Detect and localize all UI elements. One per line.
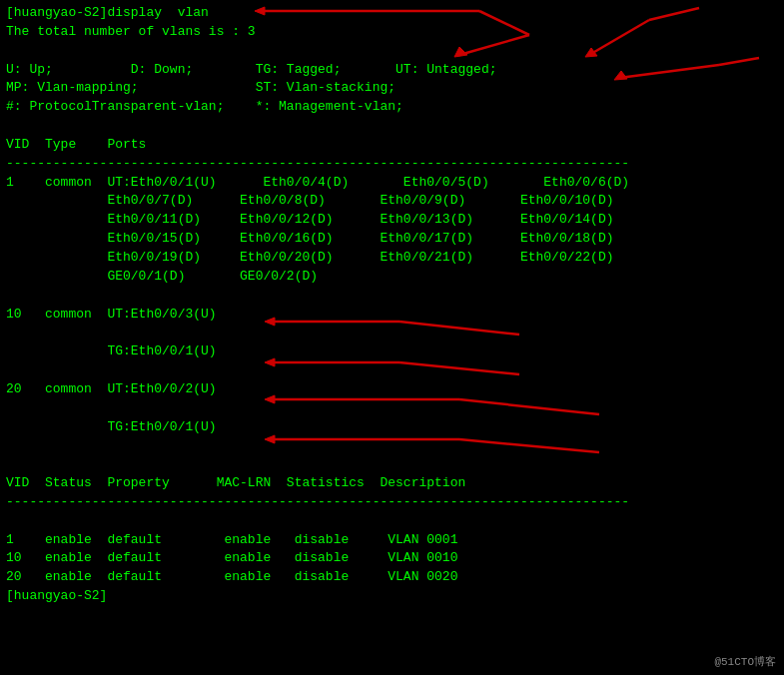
terminal-line: #: ProtocolTransparent-vlan; *: Manageme…	[6, 98, 778, 117]
terminal-line: ----------------------------------------…	[6, 155, 778, 174]
terminal-line: 20 common UT:Eth0/0/2(U)	[6, 380, 778, 399]
terminal-line: TG:Eth0/0/1(U)	[6, 342, 778, 361]
terminal-line	[6, 399, 778, 418]
terminal-line: 20 enable default enable disable VLAN 00…	[6, 568, 778, 587]
terminal-line	[6, 287, 778, 306]
watermark: @51CTO博客	[714, 654, 776, 669]
terminal-line: [huangyao-S2]display vlan	[6, 4, 778, 23]
terminal-line: The total number of vlans is : 3	[6, 23, 778, 42]
terminal-line: VID Type Ports	[6, 136, 778, 155]
terminal-line: GE0/0/1(D) GE0/0/2(D)	[6, 268, 778, 287]
terminal-line: 10 enable default enable disable VLAN 00…	[6, 549, 778, 568]
terminal-line: Eth0/0/11(D) Eth0/0/12(D) Eth0/0/13(D) E…	[6, 211, 778, 230]
terminal-line: ----------------------------------------…	[6, 493, 778, 512]
terminal-line: [huangyao-S2]	[6, 587, 778, 606]
terminal-line: VID Status Property MAC-LRN Statistics D…	[6, 474, 778, 493]
terminal-line: TG:Eth0/0/1(U)	[6, 418, 778, 437]
terminal-line	[6, 117, 778, 136]
terminal-line: Eth0/0/15(D) Eth0/0/16(D) Eth0/0/17(D) E…	[6, 230, 778, 249]
terminal-line	[6, 455, 778, 474]
terminal-line	[6, 324, 778, 342]
terminal-line: 10 common UT:Eth0/0/3(U)	[6, 306, 778, 325]
terminal-line	[6, 436, 778, 455]
terminal-line	[6, 512, 778, 531]
terminal-line: 1 common UT:Eth0/0/1(U) Eth0/0/4(D) Eth0…	[6, 174, 778, 193]
terminal-line: MP: Vlan-mapping; ST: Vlan-stacking;	[6, 79, 778, 98]
terminal: [huangyao-S2]display vlanThe total numbe…	[0, 0, 784, 675]
terminal-line	[6, 361, 778, 380]
terminal-line: 1 enable default enable disable VLAN 000…	[6, 531, 778, 550]
terminal-line	[6, 42, 778, 61]
terminal-line: Eth0/0/7(D) Eth0/0/8(D) Eth0/0/9(D) Eth0…	[6, 192, 778, 211]
terminal-content: [huangyao-S2]display vlanThe total numbe…	[6, 4, 778, 606]
terminal-line: U: Up; D: Down; TG: Tagged; UT: Untagged…	[6, 61, 778, 80]
terminal-line: Eth0/0/19(D) Eth0/0/20(D) Eth0/0/21(D) E…	[6, 249, 778, 268]
